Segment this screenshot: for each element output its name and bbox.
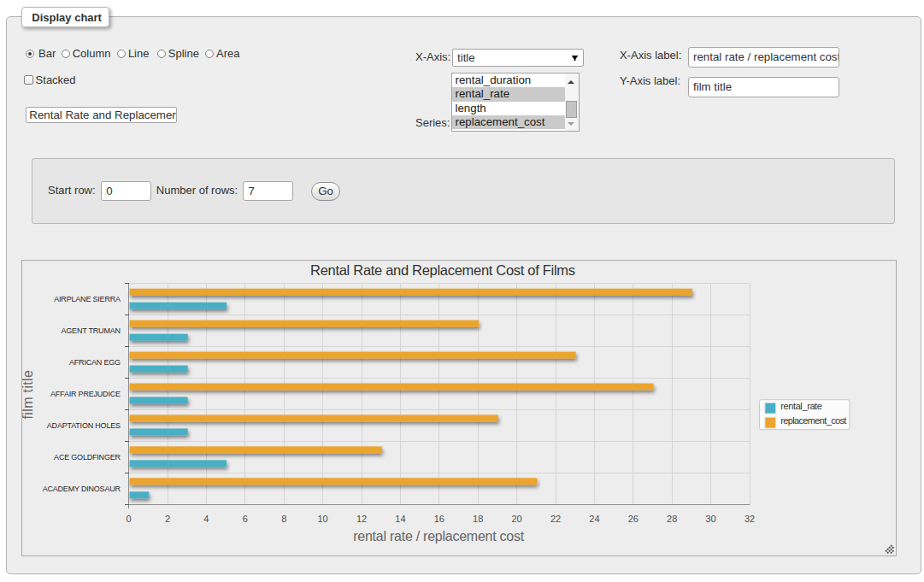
svg-text:4: 4 (203, 513, 209, 523)
svg-text:14: 14 (395, 513, 405, 523)
svg-text:28: 28 (667, 513, 677, 523)
svg-text:30: 30 (705, 513, 715, 523)
svg-text:rental rate / replacement cost: rental rate / replacement cost (353, 529, 525, 544)
svg-text:AFFAIR PREJUDICE: AFFAIR PREJUDICE (50, 390, 121, 398)
svg-text:20: 20 (511, 513, 521, 523)
svg-text:AFRICAN EGG: AFRICAN EGG (69, 358, 121, 367)
svg-text:2: 2 (165, 513, 170, 523)
svg-text:replacement_cost: replacement_cost (780, 415, 846, 426)
svg-text:8: 8 (281, 513, 286, 523)
svg-text:ADAPTATION HOLES: ADAPTATION HOLES (47, 421, 121, 430)
svg-text:10: 10 (317, 513, 327, 523)
svg-text:22: 22 (550, 513, 561, 523)
svg-text:ACADEMY DINOSAUR: ACADEMY DINOSAUR (42, 485, 121, 493)
svg-text:18: 18 (473, 513, 483, 523)
svg-text:32: 32 (744, 513, 755, 523)
svg-text:6: 6 (242, 513, 247, 523)
svg-text:12: 12 (356, 513, 367, 523)
svg-text:0: 0 (126, 513, 131, 523)
svg-text:ACE GOLDFINGER: ACE GOLDFINGER (54, 453, 121, 461)
svg-text:AIRPLANE SIERRA: AIRPLANE SIERRA (54, 295, 121, 303)
svg-text:26: 26 (627, 513, 638, 523)
svg-text:film title: film title (22, 369, 35, 419)
svg-text:16: 16 (433, 513, 444, 523)
svg-text:Rental Rate and Replacement Co: Rental Rate and Replacement Cost of Film… (310, 262, 575, 277)
svg-text:AGENT TRUMAN: AGENT TRUMAN (61, 326, 120, 335)
svg-text:24: 24 (589, 513, 599, 523)
svg-text:rental_rate: rental_rate (780, 401, 821, 411)
